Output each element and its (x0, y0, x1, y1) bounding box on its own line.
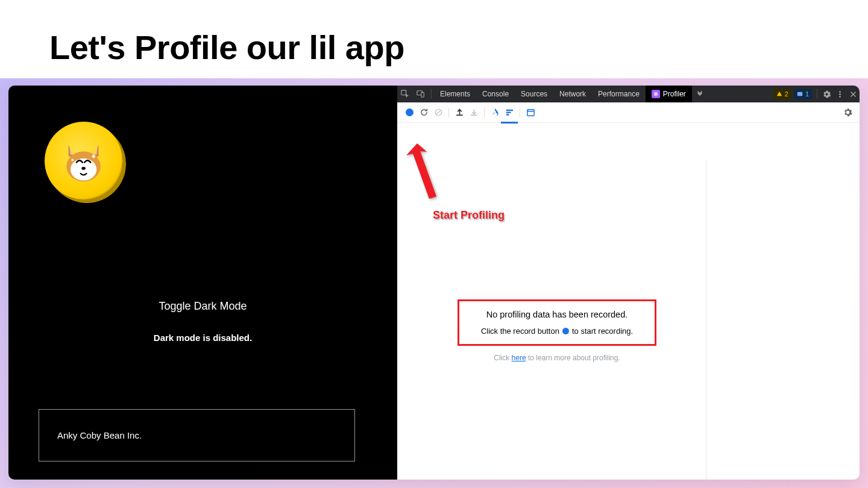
tab-network[interactable]: Network (553, 86, 592, 102)
annotation-arrow-icon (406, 143, 454, 210)
svg-rect-10 (797, 92, 802, 96)
svg-rect-15 (506, 110, 512, 111)
clear-button[interactable] (431, 105, 445, 120)
annotation-label: Start Profiling (433, 209, 505, 222)
window: Toggle Dark Mode Dark mode is disabled. … (8, 86, 860, 480)
record-dot-icon (562, 328, 569, 334)
react-icon (652, 90, 660, 98)
tab-elements[interactable]: Elements (434, 86, 476, 102)
empty-state-highlight: No profiling data has been recorded. Cli… (458, 299, 656, 346)
company-name: Anky Coby Bean Inc. (57, 430, 142, 440)
tab-profiler-label: Profiler (663, 90, 686, 98)
timeline-tab-icon[interactable] (523, 105, 538, 120)
toggle-dark-mode-label[interactable]: Toggle Dark Mode (8, 300, 397, 313)
devtools-pane: Elements Console Sources Network Perform… (397, 86, 860, 480)
settings-gear-icon[interactable] (820, 86, 833, 102)
svg-rect-5 (421, 92, 424, 97)
close-devtools-icon[interactable] (846, 86, 860, 102)
profiler-side-panel (706, 160, 860, 480)
save-profile-button[interactable] (467, 105, 481, 120)
learn-more-link[interactable]: here (512, 354, 526, 362)
record-button[interactable] (402, 105, 417, 120)
ranked-tab-icon[interactable] (502, 105, 517, 120)
app-pane: Toggle Dark Mode Dark mode is disabled. … (8, 86, 397, 480)
svg-point-11 (839, 91, 840, 92)
empty-state-hint: Click the record button to start recordi… (464, 327, 650, 336)
info-badge[interactable]: 1 (794, 89, 812, 99)
doge-icon (58, 137, 108, 187)
profiler-toolbar (397, 102, 860, 123)
tab-profiler[interactable]: Profiler (646, 86, 692, 102)
svg-point-2 (82, 167, 86, 170)
tab-console[interactable]: Console (476, 86, 515, 102)
load-profile-button[interactable] (452, 105, 467, 120)
warnings-count: 2 (785, 90, 788, 98)
device-toolbar-icon[interactable] (413, 86, 429, 102)
empty-state-title: No profiling data has been recorded. (464, 310, 650, 319)
warnings-badge[interactable]: 2 (773, 89, 791, 99)
reload-button[interactable] (417, 105, 431, 120)
svg-rect-18 (527, 110, 533, 116)
slide-title: Let's Profile our lil app (0, 0, 868, 86)
profiler-settings-icon[interactable] (840, 105, 855, 120)
tab-performance[interactable]: Performance (592, 86, 646, 102)
info-count: 1 (805, 90, 809, 98)
doge-coin-logo (45, 122, 123, 200)
svg-point-12 (839, 93, 840, 95)
svg-rect-17 (506, 114, 509, 115)
svg-point-6 (655, 93, 656, 95)
tab-sources[interactable]: Sources (515, 86, 553, 102)
svg-rect-16 (506, 112, 511, 113)
profiler-body: Start Profiling No profiling data has be… (397, 123, 860, 480)
dark-mode-status: Dark mode is disabled. (8, 333, 397, 343)
devtools-tabbar: Elements Console Sources Network Perform… (397, 86, 860, 102)
more-tabs-icon[interactable] (692, 90, 708, 98)
learn-more-text: Click here to learn more about profiling… (397, 354, 717, 362)
kebab-menu-icon[interactable] (833, 86, 846, 102)
company-box: Anky Coby Bean Inc. (39, 409, 355, 461)
svg-point-13 (839, 96, 840, 97)
flamegraph-tab-icon[interactable] (488, 105, 502, 120)
inspect-element-icon[interactable] (397, 86, 413, 102)
